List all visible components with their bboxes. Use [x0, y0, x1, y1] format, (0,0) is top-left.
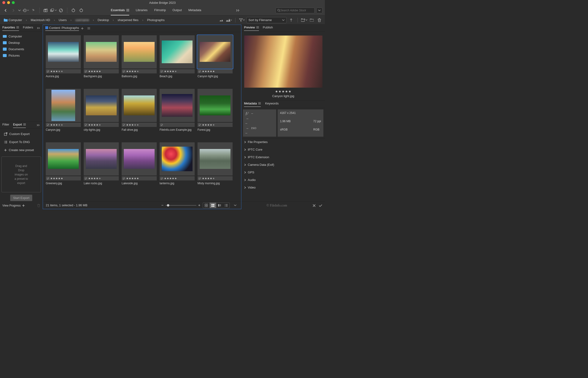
rotate-cw-button[interactable] — [78, 7, 85, 14]
tab-preview[interactable]: Preview — [244, 26, 259, 31]
thumbnail-item[interactable]: ★★★★★Beach.jpg — [159, 35, 195, 82]
sidebar-item-documents[interactable]: Documents — [0, 46, 43, 52]
thumbnail-rating[interactable]: ★★★★★ — [198, 69, 233, 73]
plus-icon[interactable] — [81, 27, 84, 30]
tab-keywords[interactable]: Keywords — [265, 102, 279, 107]
thumbnail-item[interactable]: ★★★★★Greenery.jpg — [46, 142, 81, 189]
zoom-slider[interactable] — [166, 205, 196, 206]
window-zoom-button[interactable] — [12, 1, 15, 4]
tab-favorites[interactable]: Favorites — [2, 26, 19, 31]
thumbnail-rating[interactable] — [159, 123, 195, 127]
tab-essentials[interactable]: Essentials — [111, 5, 129, 15]
metadata-section-iptc-core[interactable]: IPTC Core — [242, 146, 325, 153]
thumbnail-item[interactable]: FileInfo.com Example.jpg — [159, 89, 195, 136]
tab-metadata[interactable]: Metadata — [188, 5, 201, 15]
tab-metadata[interactable]: Metadata — [244, 102, 261, 107]
view-details[interactable] — [216, 203, 223, 208]
zoom-out-button[interactable]: − — [161, 203, 163, 207]
thumbnail-rating[interactable]: ★★★★★ — [46, 176, 81, 180]
thumbnail-item[interactable]: ★★★★★Canyon light.jpg — [198, 35, 233, 82]
thumbnail-item[interactable]: ★★★★★Lakeside.jpg — [122, 142, 157, 189]
tab-libraries[interactable]: Libraries — [136, 5, 148, 15]
thumbnail-rating[interactable]: ★★★★★ — [122, 69, 157, 73]
metadata-section-camera-data-exif-[interactable]: Camera Data (Exif) — [242, 161, 325, 169]
tab-publish[interactable]: Publish — [263, 26, 273, 31]
export-preset-export-to-dng[interactable]: Export To DNG — [1, 138, 42, 146]
thumbnail-rating[interactable]: ★★★★★ — [122, 176, 157, 180]
new-folder-button[interactable] — [301, 17, 307, 23]
export-dropzone[interactable]: Drag and Drop images on a preset to expo… — [1, 157, 41, 192]
boomerang-button[interactable] — [30, 7, 37, 14]
sort-dropdown[interactable]: Sort by Filename — [246, 17, 287, 23]
quality-large-icon[interactable] — [226, 17, 232, 23]
thumbnail-rating[interactable]: ★★★★★ — [84, 123, 119, 127]
thumbnail-item[interactable]: ★★★★★Fall drive.jpg — [122, 89, 157, 136]
view-list[interactable] — [223, 203, 229, 208]
view-grid-large[interactable] — [210, 203, 216, 208]
workspace-overflow-button[interactable] — [235, 7, 241, 14]
get-photos-button[interactable] — [43, 7, 49, 14]
metadata-section-iptc-extension[interactable]: IPTC Extension — [242, 153, 325, 161]
export-preset-custom-export[interactable]: Custom Export — [1, 130, 42, 138]
crumb[interactable]: sharpened files — [116, 17, 140, 23]
thumbnail-item[interactable]: ★★★★★city-lights.jpg — [84, 89, 119, 136]
thumbnail-item[interactable]: ★★★★★Bachgoers.jpg — [84, 35, 119, 82]
view-grid-small[interactable] — [203, 203, 210, 208]
thumbnail-item[interactable]: ★★★★★Misty morning.jpg — [198, 142, 233, 189]
thumbnail-rating[interactable]: ★★★★★ — [46, 69, 81, 73]
metadata-section-file-properties[interactable]: File Properties — [242, 138, 325, 146]
window-minimize-button[interactable] — [7, 1, 10, 4]
view-progress[interactable]: View Progress — [0, 202, 43, 209]
thumbnail-rating[interactable]: ★★★★★ — [198, 176, 233, 180]
open-recent-button[interactable] — [309, 17, 315, 23]
rotate-ccw-button[interactable] — [70, 7, 77, 14]
crumb[interactable]: Photographs — [145, 17, 166, 23]
start-export-button[interactable]: Start Export — [10, 195, 32, 201]
search-input[interactable] — [275, 8, 315, 13]
thumbnail-item[interactable]: ★★★★★Forest.jpg — [198, 89, 233, 136]
tab-filmstrip[interactable]: Filmstrip — [154, 5, 166, 15]
thumbnail-item[interactable]: ★★★★★Canyon.jpg — [46, 89, 81, 136]
quality-small-icon[interactable] — [218, 17, 224, 23]
tab-output[interactable]: Output — [172, 5, 182, 15]
thumbnail-rating[interactable]: ★★★★★ — [159, 69, 195, 73]
metadata-section-gps[interactable]: GPS — [242, 169, 325, 176]
expand-icon[interactable] — [37, 27, 40, 29]
crumb[interactable]: Desktop — [96, 17, 111, 23]
sidebar-item-desktop[interactable]: Desktop — [0, 40, 43, 46]
export-preset-create-new-preset[interactable]: Create new preset — [1, 146, 42, 154]
thumbnail-rating[interactable]: ★★★★★ — [84, 176, 119, 180]
recent-history-button[interactable] — [22, 7, 29, 14]
crumb-user[interactable]: username — [74, 17, 91, 23]
filter-button[interactable] — [239, 17, 245, 23]
tab-export[interactable]: Export — [13, 123, 26, 128]
crumb[interactable]: Macintosh HD — [29, 17, 51, 23]
delete-button[interactable] — [316, 17, 322, 23]
thumbnail-rating[interactable]: ★★★★★ — [122, 123, 157, 127]
sidebar-item-computer[interactable]: Computer — [0, 33, 43, 40]
thumbnail-item[interactable]: ★★★★★Lake rocks.jpg — [84, 142, 119, 189]
thumbnail-rating[interactable]: ★★★★★ — [46, 123, 81, 127]
thumbnail-item[interactable]: ★★★★★Balloons.jpg — [122, 35, 157, 82]
thumbnail-rating[interactable]: ★★★★★ — [198, 123, 233, 127]
apply-icon[interactable] — [319, 204, 322, 207]
window-close-button[interactable] — [2, 1, 5, 4]
thumbnail-rating[interactable]: ★★★★★ — [84, 69, 119, 73]
batch-button[interactable] — [50, 7, 57, 14]
thumbnail-item[interactable]: ★★★★★lanterns.jpg — [159, 142, 195, 189]
camera-raw-button[interactable] — [57, 7, 64, 14]
cancel-icon[interactable] — [313, 204, 316, 207]
thumbnail-item[interactable]: ★★★★★Aurora.jpg — [46, 35, 81, 82]
tab-content[interactable]: Content: Photographs — [45, 26, 79, 31]
expand-icon[interactable] — [37, 124, 40, 126]
crumb[interactable]: Users — [57, 17, 68, 23]
nav-dropdown-button[interactable] — [17, 7, 21, 14]
nav-back-button[interactable] — [2, 7, 9, 14]
thumbnail-rating[interactable]: ★★★★★ — [159, 176, 195, 180]
metadata-section-audio[interactable]: Audio — [242, 176, 325, 184]
tab-filter[interactable]: Filter — [2, 123, 9, 128]
nav-forward-button[interactable] — [10, 7, 17, 14]
zoom-in-button[interactable]: + — [198, 203, 200, 207]
preview-image[interactable] — [244, 36, 322, 88]
crumb-computer[interactable]: Computer — [2, 17, 24, 23]
